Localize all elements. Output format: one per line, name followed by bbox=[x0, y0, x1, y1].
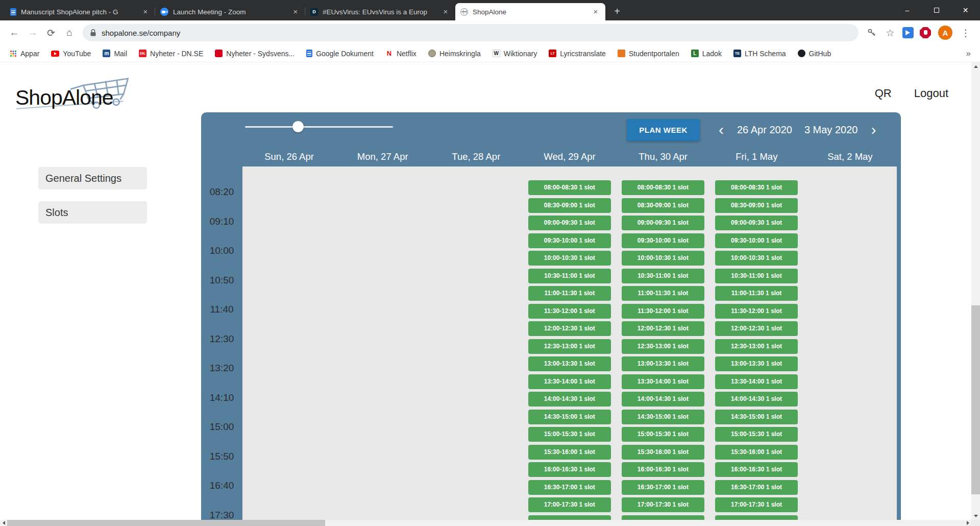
browser-menu-icon[interactable]: ⋮ bbox=[957, 23, 975, 42]
slot-button[interactable]: 08:00-08:30 1 slot bbox=[528, 180, 611, 195]
slot-button[interactable]: 09:00-09:30 1 slot bbox=[715, 216, 798, 230]
slot-button[interactable]: 12:30-13:00 1 slot bbox=[715, 339, 798, 354]
scroll-down-icon[interactable] bbox=[971, 512, 980, 520]
tab-zoom[interactable]: Launch Meeting - Zoom × bbox=[155, 3, 305, 20]
slot-button[interactable]: 11:00-11:30 1 slot bbox=[715, 286, 798, 301]
profile-avatar[interactable]: A bbox=[938, 26, 952, 40]
bookmark-dn[interactable]: DN. Nyheter - DN.SE bbox=[139, 50, 203, 58]
slot-button[interactable]: 09:30-10:00 1 slot bbox=[528, 233, 611, 248]
sidebar-item-slots[interactable]: Slots bbox=[38, 201, 147, 224]
slot-button[interactable]: 14:00-14:30 1 slot bbox=[715, 392, 798, 407]
slot-button[interactable]: 11:30-12:00 1 slot bbox=[715, 304, 798, 319]
slot-button[interactable]: 10:30-11:00 1 slot bbox=[715, 269, 798, 283]
slot-button[interactable]: 14:00-14:30 1 slot bbox=[528, 392, 611, 407]
bookmark-lyricstranslate[interactable]: LT Lyricstranslate bbox=[549, 50, 606, 58]
qr-link[interactable]: QR bbox=[875, 87, 892, 100]
reload-button[interactable]: ⟳ bbox=[42, 23, 60, 42]
slot-button[interactable]: 13:00-13:30 1 slot bbox=[528, 356, 611, 371]
slot-button[interactable]: 09:00-09:30 1 slot bbox=[528, 216, 611, 230]
bookmark-star-icon[interactable]: ☆ bbox=[881, 23, 899, 42]
horizontal-scrollbar[interactable] bbox=[0, 520, 971, 526]
slot-button[interactable]: 08:30-09:00 1 slot bbox=[528, 198, 611, 213]
tab-close-icon[interactable]: × bbox=[441, 7, 450, 16]
prev-week-icon[interactable]: ‹ bbox=[718, 120, 725, 139]
slot-button[interactable]: 17:00-17:30 1 slot bbox=[528, 497, 611, 512]
vertical-scrollbar-thumb[interactable] bbox=[971, 305, 980, 494]
slot-button[interactable]: 10:00-10:30 1 slot bbox=[622, 251, 704, 266]
slot-button[interactable]: 11:00-11:30 1 slot bbox=[622, 286, 704, 301]
slot-button[interactable]: 16:00-16:30 1 slot bbox=[528, 462, 611, 477]
slot-button[interactable]: 13:00-13:30 1 slot bbox=[715, 356, 798, 371]
next-week-icon[interactable]: › bbox=[870, 120, 877, 139]
plan-week-button[interactable]: PLAN WEEK bbox=[627, 119, 700, 141]
bookmark-lth-schema[interactable]: TE LTH Schema bbox=[733, 50, 786, 58]
tab-close-icon[interactable]: × bbox=[291, 7, 300, 16]
slot-button[interactable]: 15:30-16:00 1 slot bbox=[622, 445, 704, 460]
slot-button[interactable]: 13:30-14:00 1 slot bbox=[622, 374, 704, 389]
slot-button[interactable]: 17:00-17:30 1 slot bbox=[715, 497, 798, 512]
slot-button[interactable]: 17:00-17:30 1 slot bbox=[622, 497, 704, 512]
vertical-scrollbar[interactable] bbox=[971, 62, 980, 520]
bookmark-sydsvenskan[interactable]: Nyheter - Sydsvens... bbox=[215, 50, 295, 58]
slot-button[interactable]: 08:30-09:00 1 slot bbox=[715, 198, 798, 213]
slot-button[interactable]: 11:30-12:00 1 slot bbox=[528, 304, 611, 319]
bookmark-youtube[interactable]: YouTube bbox=[51, 50, 91, 58]
slot-button[interactable]: 13:30-14:00 1 slot bbox=[528, 374, 611, 389]
home-button[interactable]: ⌂ bbox=[60, 23, 79, 42]
password-key-icon[interactable] bbox=[863, 23, 881, 42]
bookmark-ladok[interactable]: L Ladok bbox=[691, 50, 722, 58]
slot-button[interactable]: 09:30-10:00 1 slot bbox=[715, 233, 798, 248]
slot-button[interactable]: 10:00-10:30 1 slot bbox=[715, 251, 798, 266]
slot-button[interactable]: 13:00-13:30 1 slot bbox=[622, 356, 704, 371]
slot-button[interactable]: 09:00-09:30 1 slot bbox=[622, 216, 704, 230]
bookmark-github[interactable]: GitHub bbox=[798, 50, 831, 58]
slot-button[interactable]: 12:00-12:30 1 slot bbox=[528, 321, 611, 336]
slot-button[interactable]: 12:30-13:00 1 slot bbox=[622, 339, 704, 354]
logout-link[interactable]: Logout bbox=[914, 87, 948, 100]
slot-button[interactable]: 12:00-12:30 1 slot bbox=[622, 321, 704, 336]
slot-button[interactable]: 08:30-09:00 1 slot bbox=[622, 198, 704, 213]
address-bar[interactable]: shopalone.se/company bbox=[83, 24, 859, 41]
slot-button[interactable]: 16:30-17:00 1 slot bbox=[622, 480, 704, 495]
bookmarks-overflow-icon[interactable]: » bbox=[966, 49, 971, 59]
bookmark-heimskringla[interactable]: Heimskringla bbox=[428, 50, 481, 58]
slot-button[interactable]: 16:30-17:00 1 slot bbox=[528, 480, 611, 495]
horizontal-scrollbar-thumb[interactable] bbox=[7, 520, 325, 526]
slot-button[interactable]: 16:30-17:00 1 slot bbox=[715, 480, 798, 495]
bookmark-appar[interactable]: Appar bbox=[9, 50, 39, 58]
extension-icon[interactable] bbox=[902, 27, 914, 38]
zoom-slider-thumb[interactable] bbox=[292, 121, 304, 132]
bookmark-studentportalen[interactable]: Studentportalen bbox=[618, 50, 679, 58]
minimize-button[interactable]: – bbox=[893, 0, 922, 20]
back-button[interactable]: ← bbox=[5, 23, 23, 42]
slot-button[interactable]: 15:30-16:00 1 slot bbox=[715, 445, 798, 460]
maximize-button[interactable] bbox=[922, 0, 951, 20]
forward-button[interactable]: → bbox=[23, 23, 42, 42]
scroll-right-icon[interactable] bbox=[964, 520, 971, 526]
slot-button[interactable]: 12:30-13:00 1 slot bbox=[528, 339, 611, 354]
tab-manuscript[interactable]: Manuscript ShopAlone pitch - G × bbox=[5, 3, 155, 20]
zoom-slider-track[interactable] bbox=[245, 126, 393, 128]
slot-button[interactable]: 10:30-11:00 1 slot bbox=[622, 269, 704, 283]
bookmark-google-dokument[interactable]: Google Dokument bbox=[306, 50, 374, 58]
slot-button[interactable]: 15:00-15:30 1 slot bbox=[528, 427, 611, 442]
slot-button[interactable]: 14:30-15:00 1 slot bbox=[622, 410, 704, 424]
adblock-extension-icon[interactable] bbox=[920, 27, 931, 38]
slot-button[interactable]: 13:30-14:00 1 slot bbox=[715, 374, 798, 389]
slot-button[interactable]: 11:00-11:30 1 slot bbox=[528, 286, 611, 301]
slot-button[interactable]: 16:00-16:30 1 slot bbox=[622, 462, 704, 477]
tab-shopalone[interactable]: ShopAlone × bbox=[455, 3, 605, 20]
bookmark-netflix[interactable]: N Netflix bbox=[385, 50, 416, 58]
slot-button[interactable]: 14:00-14:30 1 slot bbox=[622, 392, 704, 407]
slot-button[interactable]: 08:00-08:30 1 slot bbox=[622, 180, 704, 195]
slot-button[interactable]: 14:30-15:00 1 slot bbox=[528, 410, 611, 424]
tab-close-icon[interactable]: × bbox=[141, 7, 150, 16]
slot-button[interactable]: 09:30-10:00 1 slot bbox=[622, 233, 704, 248]
tab-euvsvirus[interactable]: D #EUvsVirus: EUvsVirus is a Europ × bbox=[305, 3, 455, 20]
slot-button[interactable]: 15:30-16:00 1 slot bbox=[528, 445, 611, 460]
bookmark-mail[interactable]: m Mail bbox=[103, 50, 127, 58]
slot-button[interactable]: 10:00-10:30 1 slot bbox=[528, 251, 611, 266]
close-window-button[interactable]: ✕ bbox=[951, 0, 980, 20]
scroll-up-icon[interactable] bbox=[971, 62, 980, 70]
slot-button[interactable]: 16:00-16:30 1 slot bbox=[715, 462, 798, 477]
